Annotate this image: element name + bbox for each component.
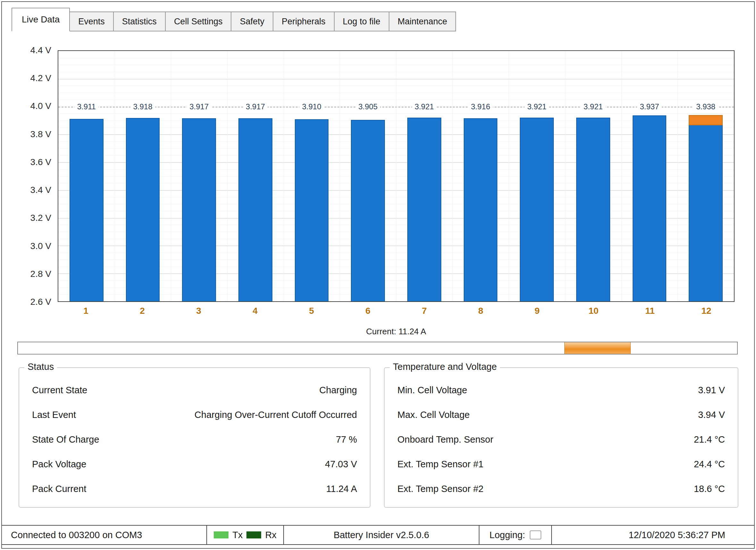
row-value: 21.4 °C: [694, 434, 725, 445]
temp-row-ext-temp-1: Ext. Temp Sensor #1 24.4 °C: [397, 459, 725, 470]
bar-slot: 3.911: [58, 51, 115, 301]
cell-voltage-bar: [351, 120, 385, 301]
y-tick-label: 2.6 V: [30, 297, 51, 307]
temperature-voltage-panel: Temperature and Voltage Min. Cell Voltag…: [384, 367, 738, 508]
cell-voltage-bar: [70, 119, 103, 301]
tx-indicator-icon: [214, 531, 228, 538]
app-version-text: Battery Insider v2.5.0.6: [334, 530, 429, 540]
status-row-pack-current: Pack Current 11.24 A: [32, 483, 357, 494]
x-tick-label: 6: [340, 306, 396, 316]
row-label: Pack Current: [32, 484, 86, 494]
bar-slot: 3.917: [227, 51, 284, 301]
bar-value-label: 3.916: [468, 102, 493, 111]
bar-slot: 3.910: [284, 51, 340, 301]
cell-voltage-bar: [126, 118, 160, 301]
status-row-last-event: Last Event Charging Over-Current Cutoff …: [32, 409, 357, 420]
bar-slot: 3.921: [509, 51, 565, 301]
tab-statistics[interactable]: Statistics: [113, 12, 166, 31]
rx-label: Rx: [265, 530, 276, 540]
x-tick-label: 2: [114, 306, 170, 316]
datetime-section: 12/10/2020 5:36:27 PM: [552, 526, 754, 544]
temperature-voltage-panel-rows: Min. Cell Voltage 3.91 V Max. Cell Volta…: [385, 368, 738, 494]
bar-slot: 3.918: [115, 51, 171, 301]
row-label: Onboard Temp. Sensor: [397, 434, 493, 445]
datetime-text: 12/10/2020 5:36:27 PM: [628, 530, 725, 540]
logging-label: Logging:: [489, 530, 525, 540]
row-value: 3.94 V: [698, 410, 725, 420]
x-tick-label: 12: [678, 306, 735, 316]
balancing-indicator: [689, 115, 722, 125]
tab-safety[interactable]: Safety: [231, 12, 273, 31]
tab-bar: Live Data Events Statistics Cell Setting…: [12, 8, 456, 31]
row-label: Pack Voltage: [32, 459, 86, 470]
bar-slot: 3.921: [565, 51, 621, 301]
row-label: State Of Charge: [32, 434, 99, 445]
tab-events[interactable]: Events: [69, 12, 114, 31]
x-tick-label: 11: [622, 306, 678, 316]
cell-voltage-bar: [520, 118, 553, 301]
temp-row-ext-temp-2: Ext. Temp Sensor #2 18.6 °C: [397, 483, 725, 494]
rx-indicator-icon: [246, 531, 261, 538]
current-gauge: [17, 342, 738, 354]
tab-maintenance[interactable]: Maintenance: [389, 12, 456, 31]
cell-voltage-bar: [295, 119, 328, 301]
cell-voltage-bar: [689, 115, 722, 301]
bar-value-label: 3.917: [243, 102, 268, 111]
cell-voltage-bar: [182, 118, 216, 301]
row-label: Ext. Temp Sensor #1: [397, 459, 484, 470]
bar-value-label: 3.921: [581, 102, 605, 111]
cell-voltage-bar: [633, 115, 666, 301]
tab-live-data[interactable]: Live Data: [12, 8, 70, 31]
y-tick-label: 4.4 V: [30, 45, 51, 55]
y-tick-label: 4.2 V: [30, 73, 51, 83]
status-panel: Status Current State Charging Last Event…: [19, 367, 370, 508]
row-value: 11.24 A: [326, 484, 357, 494]
row-value: Charging: [319, 385, 357, 396]
bar-slot: 3.917: [171, 51, 227, 301]
status-row-pack-voltage: Pack Voltage 47.03 V: [32, 459, 357, 470]
bar-value-label: 3.938: [694, 102, 718, 111]
current-gauge-segment: [564, 342, 630, 354]
bar-value-label: 3.937: [637, 102, 661, 111]
row-label: Current State: [32, 385, 87, 396]
logging-checkbox[interactable]: [530, 530, 541, 539]
temp-row-min-cell-voltage: Min. Cell Voltage 3.91 V: [397, 385, 725, 396]
temperature-voltage-panel-title: Temperature and Voltage: [390, 362, 500, 372]
y-tick-label: 3.2 V: [30, 213, 51, 223]
bar-slot: 3.916: [453, 51, 509, 301]
cell-voltage-chart: 3.9113.9183.9173.9173.9103.9053.9213.916…: [58, 50, 735, 302]
row-label: Last Event: [32, 410, 76, 420]
bar-value-label: 3.905: [356, 102, 380, 111]
bar-value-label: 3.917: [187, 102, 211, 111]
status-row-current-state: Current State Charging: [32, 385, 357, 396]
temp-row-onboard-temp: Onboard Temp. Sensor 21.4 °C: [397, 434, 725, 445]
row-value: 18.6 °C: [694, 484, 725, 494]
txrx-section: Tx Rx: [207, 526, 284, 544]
row-value: 47.03 V: [325, 459, 357, 470]
row-value: 77 %: [336, 434, 357, 445]
y-tick-label: 3.0 V: [30, 241, 51, 251]
app-window: Live Data Events Statistics Cell Setting…: [1, 1, 755, 549]
y-tick-label: 3.6 V: [30, 157, 51, 167]
tab-peripherals[interactable]: Peripherals: [273, 12, 335, 31]
tab-cell-settings[interactable]: Cell Settings: [165, 12, 232, 31]
x-tick-label: 7: [396, 306, 453, 316]
pack-current-caption: Current: 11.24 A: [58, 327, 735, 337]
tab-log-to-file[interactable]: Log to file: [334, 12, 389, 31]
x-tick-label: 1: [58, 306, 114, 316]
x-tick-label: 3: [170, 306, 227, 316]
bar-slot: 3.921: [396, 51, 453, 301]
status-panel-title: Status: [24, 362, 57, 372]
x-tick-label: 8: [453, 306, 509, 316]
x-tick-label: 9: [509, 306, 565, 316]
bar-value-label: 3.921: [412, 102, 436, 111]
chart-y-axis: 4.4 V4.2 V4.0 V3.8 V3.6 V3.4 V3.2 V3.0 V…: [10, 50, 55, 302]
y-tick-label: 3.8 V: [30, 129, 51, 139]
tx-label: Tx: [232, 530, 243, 540]
cell-voltage-bar: [407, 118, 441, 301]
x-tick-label: 10: [565, 306, 622, 316]
row-label: Max. Cell Voltage: [397, 410, 470, 420]
row-label: Min. Cell Voltage: [397, 385, 467, 396]
row-value: 24.4 °C: [694, 459, 725, 470]
cell-voltage-bar: [464, 118, 497, 301]
